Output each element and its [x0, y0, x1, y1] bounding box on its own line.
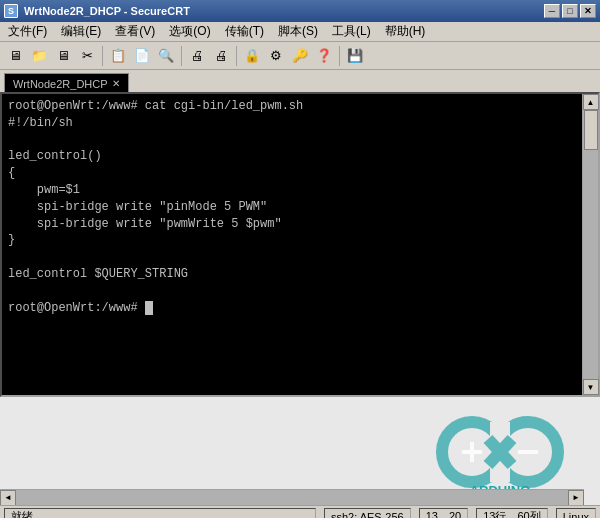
status-bar: 就绪 ssh2: AES-256 13，20 13行，60列 Linux	[0, 505, 600, 518]
vertical-scrollbar[interactable]: ▲ ▼	[582, 94, 598, 395]
menu-options[interactable]: 选项(O)	[163, 22, 216, 41]
minimize-button[interactable]: ─	[544, 4, 560, 18]
horizontal-scrollbar[interactable]: ◄ ►	[0, 489, 584, 505]
toolbar-open[interactable]: 📁	[28, 45, 50, 67]
status-caps: Linux	[556, 508, 596, 519]
toolbar-key[interactable]: 🔑	[289, 45, 311, 67]
toolbar-print[interactable]: 🖨	[186, 45, 208, 67]
scroll-thumb[interactable]	[584, 110, 598, 150]
menu-script[interactable]: 脚本(S)	[272, 22, 324, 41]
toolbar-new[interactable]: 🖥	[4, 45, 26, 67]
toolbar-find[interactable]: 🔍	[155, 45, 177, 67]
menu-tools[interactable]: 工具(L)	[326, 22, 377, 41]
scroll-left-button[interactable]: ◄	[0, 490, 16, 506]
toolbar-help[interactable]: ❓	[313, 45, 335, 67]
h-scroll-track[interactable]	[16, 490, 568, 505]
toolbar-sep2	[181, 46, 182, 66]
tab-wrtnode[interactable]: WrtNode2R_DHCP ✕	[4, 73, 129, 93]
toolbar-paste[interactable]: 📄	[131, 45, 153, 67]
status-ready: 就绪	[4, 508, 316, 519]
scroll-up-button[interactable]: ▲	[583, 94, 599, 110]
scroll-track[interactable]	[583, 110, 598, 379]
terminal-cursor	[145, 301, 153, 315]
toolbar-cut[interactable]: ✂	[76, 45, 98, 67]
toolbar: 🖥 📁 🖥 ✂ 📋 📄 🔍 🖨 🖨 🔒 ⚙ 🔑 ❓ 💾	[0, 42, 600, 70]
toolbar-sep1	[102, 46, 103, 66]
app-icon: S	[4, 4, 18, 18]
menu-edit[interactable]: 编辑(E)	[55, 22, 107, 41]
menu-help[interactable]: 帮助(H)	[379, 22, 432, 41]
status-ssh: ssh2: AES-256	[324, 508, 411, 519]
tab-bar: WrtNode2R_DHCP ✕	[0, 70, 600, 92]
menu-file[interactable]: 文件(F)	[2, 22, 53, 41]
toolbar-security[interactable]: 🔒	[241, 45, 263, 67]
close-button[interactable]: ✕	[580, 4, 596, 18]
toolbar-print2[interactable]: 🖨	[210, 45, 232, 67]
toolbar-clone[interactable]: 🖥	[52, 45, 74, 67]
scroll-right-button[interactable]: ►	[568, 490, 584, 506]
menu-transfer[interactable]: 传输(T)	[219, 22, 270, 41]
tab-close-icon[interactable]: ✕	[112, 78, 120, 89]
terminal-container: root@OpenWrt:/www# cat cgi-bin/led_pwm.s…	[0, 92, 600, 397]
menu-bar: 文件(F) 编辑(E) 查看(V) 选项(O) 传输(T) 脚本(S) 工具(L…	[0, 22, 600, 42]
tab-label: WrtNode2R_DHCP	[13, 78, 108, 90]
toolbar-copy[interactable]: 📋	[107, 45, 129, 67]
title-bar-left: S WrtNode2R_DHCP - SecureCRT	[4, 4, 190, 18]
toolbar-save[interactable]: 💾	[344, 45, 366, 67]
bottom-area: ARDUINO 中文社区 ◄ ► 就绪 ssh2: AES-256 13，20 …	[0, 397, 600, 518]
window-title: WrtNode2R_DHCP - SecureCRT	[24, 5, 190, 17]
toolbar-sep3	[236, 46, 237, 66]
toolbar-settings[interactable]: ⚙	[265, 45, 287, 67]
status-position: 13，20	[419, 508, 468, 519]
title-controls: ─ □ ✕	[544, 4, 596, 18]
menu-view[interactable]: 查看(V)	[109, 22, 161, 41]
status-lines: 13行，60列	[476, 508, 547, 519]
toolbar-sep4	[339, 46, 340, 66]
title-bar: S WrtNode2R_DHCP - SecureCRT ─ □ ✕	[0, 0, 600, 22]
terminal-output[interactable]: root@OpenWrt:/www# cat cgi-bin/led_pwm.s…	[2, 94, 582, 395]
maximize-button[interactable]: □	[562, 4, 578, 18]
scroll-down-button[interactable]: ▼	[583, 379, 599, 395]
